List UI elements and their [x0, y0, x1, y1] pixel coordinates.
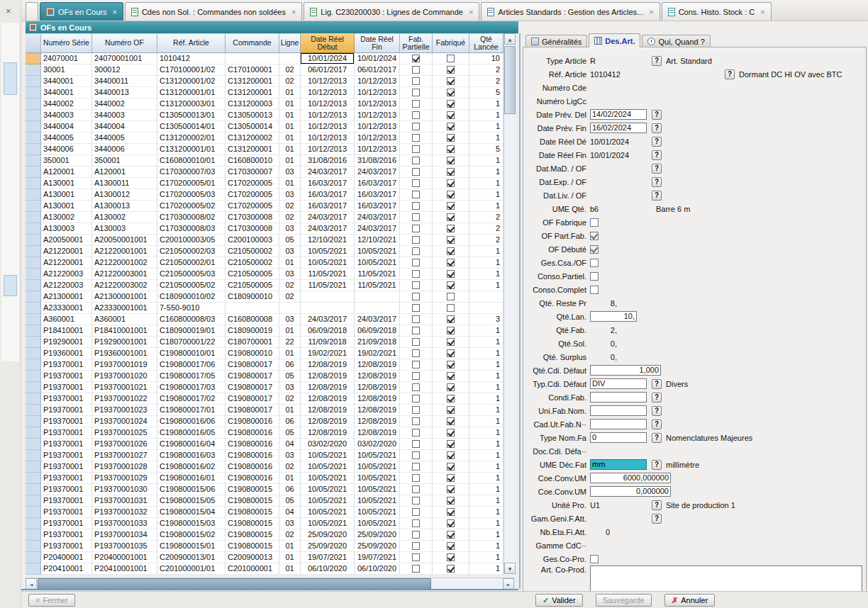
- checkbox-of-débuté[interactable]: [590, 245, 599, 254]
- cell-qte-lancee[interactable]: 1: [469, 518, 503, 529]
- cell-numero-serie[interactable]: P18410001: [41, 325, 92, 337]
- checkbox-fabrique[interactable]: [447, 247, 455, 255]
- cell-qte-lancee[interactable]: 1: [469, 189, 503, 201]
- cell-ligne[interactable]: 05: [279, 427, 301, 439]
- checkbox-fabrique[interactable]: [447, 145, 455, 153]
- checkbox-fabrique[interactable]: [447, 270, 455, 278]
- cell-ligne[interactable]: 01: [279, 133, 301, 144]
- cell-fabrique[interactable]: [433, 155, 469, 167]
- help-button[interactable]: ?: [652, 433, 662, 443]
- table-row[interactable]: P19370001P19370001022C190800017/02C19080…: [26, 393, 503, 405]
- cell-numero-of[interactable]: P19370001026: [92, 439, 157, 450]
- table-row[interactable]: P20410001P20410001001C201000001/01C20100…: [26, 563, 503, 575]
- column-header-date-reel-debut[interactable]: Date Réel Début: [301, 33, 355, 53]
- cell-numero-serie[interactable]: P19370001: [41, 450, 92, 461]
- cell-date-reel-debut[interactable]: 12/08/2019: [301, 405, 355, 416]
- checkbox-fabrique[interactable]: [447, 361, 455, 368]
- row-selector[interactable]: [26, 280, 41, 291]
- cell-ref-article[interactable]: C190800015/05: [157, 495, 226, 507]
- cell-date-reel-fin[interactable]: 10/05/2021: [355, 518, 400, 529]
- cell-numero-of[interactable]: P19370001021: [92, 382, 157, 393]
- checkbox-fabrique[interactable]: [447, 191, 455, 198]
- cell-fab-partielle[interactable]: [400, 507, 433, 518]
- cell-numero-of[interactable]: P19290001001: [92, 337, 157, 348]
- cell-numero-of[interactable]: 3440004: [92, 121, 157, 133]
- checkbox-fabrique[interactable]: [447, 463, 455, 471]
- cell-commande[interactable]: C180900019: [226, 325, 279, 337]
- row-selector[interactable]: [26, 371, 41, 382]
- cell-fab-partielle[interactable]: [400, 64, 433, 76]
- cell-numero-of[interactable]: A130002: [92, 212, 157, 223]
- cell-fabrique[interactable]: [433, 257, 469, 269]
- cell-fab-partielle[interactable]: [400, 518, 433, 529]
- cell-fabrique[interactable]: [433, 541, 469, 552]
- cell-date-reel-debut[interactable]: 12/08/2019: [301, 382, 355, 393]
- cell-qte-lancee[interactable]: 1: [469, 382, 503, 393]
- cell-fab-partielle[interactable]: [400, 348, 433, 359]
- cell-commande[interactable]: C190800015: [226, 529, 279, 541]
- cell-numero-serie[interactable]: P19370001: [41, 461, 92, 473]
- cell-ligne[interactable]: 06: [279, 416, 301, 427]
- cell-fab-partielle[interactable]: [400, 133, 433, 144]
- cell-fabrique[interactable]: [433, 53, 469, 64]
- cell-numero-serie[interactable]: A130001: [41, 189, 92, 201]
- cell-ref-article[interactable]: C190800015/01: [157, 541, 226, 552]
- cell-numero-serie[interactable]: 3440003: [41, 110, 92, 121]
- cell-date-reel-debut[interactable]: 10/05/2021: [301, 473, 355, 484]
- cell-ref-article[interactable]: C210500002/01: [157, 257, 226, 269]
- table-row[interactable]: P19370001P19370001034C190800015/02C19080…: [26, 529, 503, 541]
- cell-numero-of[interactable]: P19370001025: [92, 427, 157, 439]
- cell-commande[interactable]: C200900013: [226, 552, 279, 563]
- cell-ligne[interactable]: 02: [279, 291, 301, 303]
- table-row[interactable]: A360001A360001C160800008/03C160800008032…: [26, 314, 503, 325]
- cell-date-reel-fin[interactable]: 25/09/2020: [355, 541, 400, 552]
- table-row[interactable]: P19370001P19370001035C190800015/01C19080…: [26, 541, 503, 552]
- tab-home[interactable]: [26, 2, 38, 21]
- cell-date-reel-fin[interactable]: 10/05/2021: [355, 507, 400, 518]
- cell-fab-partielle[interactable]: [400, 87, 433, 98]
- cell-date-reel-debut[interactable]: 10/12/2013: [301, 76, 355, 87]
- cell-date-reel-fin[interactable]: 10/12/2013: [355, 98, 400, 110]
- cell-date-reel-debut[interactable]: 19/07/2021: [301, 552, 355, 563]
- help-button[interactable]: ?: [652, 406, 662, 416]
- cell-fab-partielle[interactable]: [400, 110, 433, 121]
- cell-fab-partielle[interactable]: [400, 280, 433, 291]
- cell-commande[interactable]: C170200005: [226, 189, 279, 201]
- tab-cdes-non-sol[interactable]: Cdes non Sol. : Commandes non soldées×: [125, 2, 302, 21]
- table-row[interactable]: P19370001P19370001029C190800016/01C19080…: [26, 473, 503, 484]
- cell-fabrique[interactable]: [433, 201, 469, 212]
- panel-splitter[interactable]: [519, 33, 521, 589]
- cell-ligne[interactable]: 02: [279, 393, 301, 405]
- cell-date-reel-debut[interactable]: 11/05/2021: [301, 280, 355, 291]
- cell-fabrique[interactable]: [433, 416, 469, 427]
- row-selector[interactable]: [26, 382, 41, 393]
- checkbox-fabrique[interactable]: [447, 406, 455, 414]
- table-row[interactable]: 34400063440006C131200001/01C131200001011…: [26, 144, 503, 155]
- checkbox-fab-partielle[interactable]: [412, 134, 420, 142]
- cell-commande[interactable]: C190800015: [226, 518, 279, 529]
- cell-numero-of[interactable]: P19370001023: [92, 405, 157, 416]
- table-row[interactable]: A130001A1300011C170200005/01C17020000501…: [26, 178, 503, 189]
- cell-ligne[interactable]: 01: [279, 178, 301, 189]
- column-header-fabrique[interactable]: Fabriqué: [433, 33, 469, 53]
- cell-date-reel-debut[interactable]: 16/03/2017: [301, 178, 355, 189]
- cell-date-reel-debut[interactable]: 24/03/2017: [301, 212, 355, 223]
- checkbox-conso-partiel[interactable]: [590, 272, 599, 281]
- cell-numero-serie[interactable]: A360001: [41, 314, 92, 325]
- checkbox-ges-co-pro[interactable]: [590, 555, 599, 563]
- cell-ligne[interactable]: 22: [279, 337, 301, 348]
- cell-fab-partielle[interactable]: [400, 405, 433, 416]
- cell-numero-of[interactable]: A21220001002: [92, 257, 157, 269]
- cell-date-reel-debut[interactable]: 24/03/2017: [301, 314, 355, 325]
- checkbox-fab-partielle[interactable]: [412, 497, 420, 505]
- cell-numero-serie[interactable]: 3440001: [41, 87, 92, 98]
- row-selector[interactable]: [26, 246, 41, 257]
- field-input-typ-cdi-défaut[interactable]: DIV: [590, 378, 647, 389]
- cell-date-reel-fin[interactable]: 12/08/2019: [355, 359, 400, 371]
- cell-qte-lancee[interactable]: 1: [469, 348, 503, 359]
- cell-date-reel-fin[interactable]: 06/09/2018: [355, 325, 400, 337]
- checkbox-fabrique[interactable]: [447, 485, 455, 493]
- cell-qte-lancee[interactable]: 1: [469, 473, 503, 484]
- checkbox-fab-partielle[interactable]: [412, 429, 420, 437]
- cell-fab-partielle[interactable]: [400, 121, 433, 133]
